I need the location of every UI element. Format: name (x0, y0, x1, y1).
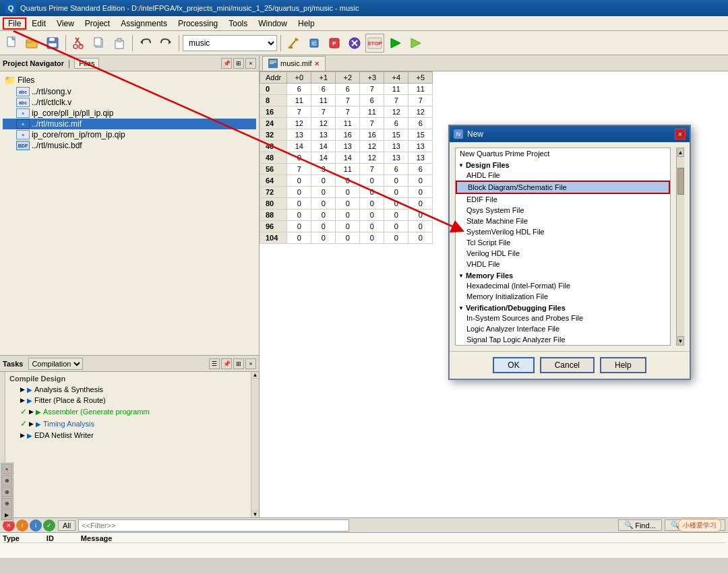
scroll-down-btn[interactable]: ▼ (251, 511, 259, 517)
data-cell[interactable]: 6 (336, 84, 360, 95)
data-cell[interactable]: 12 (384, 106, 408, 118)
stop-button[interactable]: STOP (365, 34, 384, 53)
data-cell[interactable]: 0 (336, 198, 360, 210)
ok-button[interactable]: OK (493, 357, 534, 373)
scroll-down-arrow[interactable]: ▼ (677, 336, 684, 346)
data-cell[interactable]: 11 (384, 84, 408, 95)
data-cell[interactable]: 7 (311, 106, 336, 118)
filter-input[interactable] (78, 519, 348, 532)
tasks-pin-btn[interactable]: 📌 (221, 358, 232, 369)
save-file-button[interactable] (43, 34, 62, 53)
data-cell[interactable]: 0 (311, 187, 336, 198)
scroll-thumb[interactable] (677, 168, 684, 195)
files-tab[interactable]: Files (74, 58, 99, 69)
data-cell[interactable]: 12 (408, 106, 433, 118)
data-cell[interactable]: 7 (360, 84, 384, 95)
data-cell[interactable]: 12 (311, 118, 336, 129)
dialog-file-type-item[interactable]: EDIF File (456, 194, 670, 205)
warning-icon[interactable]: ! (16, 519, 28, 532)
scroll-up-btn[interactable]: ▲ (251, 372, 259, 379)
data-cell[interactable]: 11 (336, 164, 360, 175)
file-rom-qip[interactable]: ≡ ip_core/rom_ip/rom_ip.qip (3, 129, 256, 140)
data-cell[interactable]: 12 (360, 141, 384, 152)
data-cell[interactable]: 0 (384, 232, 408, 244)
compilation-dropdown[interactable]: Compilation (28, 358, 83, 370)
info-icon[interactable]: i (30, 519, 42, 532)
data-cell[interactable]: 11 (408, 84, 433, 95)
data-cell[interactable]: 6 (408, 118, 433, 129)
open-file-button[interactable] (23, 34, 42, 53)
data-cell[interactable]: 13 (384, 152, 408, 164)
data-cell[interactable]: 13 (336, 141, 360, 152)
data-cell[interactable]: 12 (287, 118, 311, 129)
data-cell[interactable]: 0 (287, 210, 311, 221)
file-pll-qip[interactable]: ≡ ip_core/pll_ip/pll_ip.qip (3, 108, 256, 119)
cancel-button[interactable]: Cancel (540, 357, 595, 373)
cut-button[interactable] (69, 34, 88, 53)
data-cell[interactable]: 0 (311, 210, 336, 221)
data-cell[interactable]: 13 (311, 129, 336, 141)
data-cell[interactable]: 14 (336, 152, 360, 164)
dialog-file-type-item[interactable]: Block Diagram/Schematic File (456, 181, 670, 194)
eda-expand[interactable]: ▶ (20, 432, 25, 439)
data-cell[interactable]: 0 (287, 175, 311, 187)
paste-button[interactable] (110, 34, 129, 53)
dialog-file-type-item[interactable]: Tcl Script File (456, 237, 670, 248)
help-button[interactable]: Help (600, 357, 646, 373)
task-scrollbar[interactable]: ▲ ▼ (251, 372, 259, 517)
data-cell[interactable]: 7 (336, 106, 360, 118)
data-cell[interactable]: 12 (360, 152, 384, 164)
data-cell[interactable]: 0 (360, 221, 384, 232)
menu-project[interactable]: Project (80, 18, 115, 30)
data-cell[interactable]: 0 (384, 198, 408, 210)
data-cell[interactable]: 7 (336, 95, 360, 106)
data-cell[interactable]: 0 (336, 221, 360, 232)
menu-assignments[interactable]: Assignments (115, 18, 173, 30)
data-cell[interactable]: 13 (287, 129, 311, 141)
data-cell[interactable]: 15 (408, 129, 433, 141)
data-cell[interactable]: 0 (336, 175, 360, 187)
menu-window[interactable]: Window (253, 18, 293, 30)
data-cell[interactable]: 14 (311, 152, 336, 164)
data-cell[interactable]: 0 (360, 210, 384, 221)
data-cell[interactable]: 0 (287, 187, 311, 198)
menu-view[interactable]: View (51, 18, 80, 30)
dialog-file-type-item[interactable]: Verilog HDL File (456, 248, 670, 259)
side-btn2[interactable]: ⊕ (1, 475, 12, 486)
data-cell[interactable]: 0 (384, 175, 408, 187)
pin-btn[interactable]: 📌 (221, 58, 232, 69)
data-cell[interactable]: 7 (408, 95, 433, 106)
dialog-scrollbar[interactable]: ▲ ▼ (676, 148, 684, 346)
cross-icon-button[interactable] (345, 34, 364, 53)
data-cell[interactable]: 16 (336, 129, 360, 141)
file-music-bdf[interactable]: BDF ../rtl/music.bdf (3, 140, 256, 151)
data-cell[interactable]: 0 (360, 187, 384, 198)
float-btn[interactable]: ⊞ (233, 58, 244, 69)
data-cell[interactable]: 6 (384, 118, 408, 129)
tab-close-btn[interactable]: ✕ (314, 60, 320, 67)
all-filter-btn[interactable]: All (58, 520, 75, 531)
data-cell[interactable]: 7 (360, 118, 384, 129)
data-cell[interactable]: 3 (311, 164, 336, 175)
menu-help[interactable]: Help (293, 18, 320, 30)
data-cell[interactable]: 0 (408, 175, 433, 187)
data-cell[interactable]: 0 (408, 198, 433, 210)
file-ctlclk-v[interactable]: abc ../rtl/ctlclk.v (3, 97, 256, 108)
menu-processing[interactable]: Processing (173, 18, 223, 30)
data-cell[interactable]: 0 (287, 232, 311, 244)
data-cell[interactable]: 13 (408, 152, 433, 164)
tasks-float-btn[interactable]: ⊞ (233, 358, 244, 369)
dialog-file-type-item[interactable]: Memory Initialization File (456, 291, 670, 302)
undo-button[interactable] (136, 34, 155, 53)
data-cell[interactable]: 6 (287, 84, 311, 95)
data-cell[interactable]: 0 (287, 198, 311, 210)
pin-planner-button[interactable]: P (325, 34, 344, 53)
run-button[interactable] (386, 34, 404, 53)
data-cell[interactable]: 6 (408, 164, 433, 175)
file-music-mif[interactable]: ≡ ../rtl/music.mif (3, 119, 256, 129)
close-btn[interactable]: × (245, 58, 256, 69)
mif-tab[interactable]: music.mif ✕ (262, 56, 326, 71)
dialog-file-type-item[interactable]: VHDL File (456, 259, 670, 269)
data-cell[interactable]: 11 (336, 118, 360, 129)
data-cell[interactable]: 15 (384, 129, 408, 141)
